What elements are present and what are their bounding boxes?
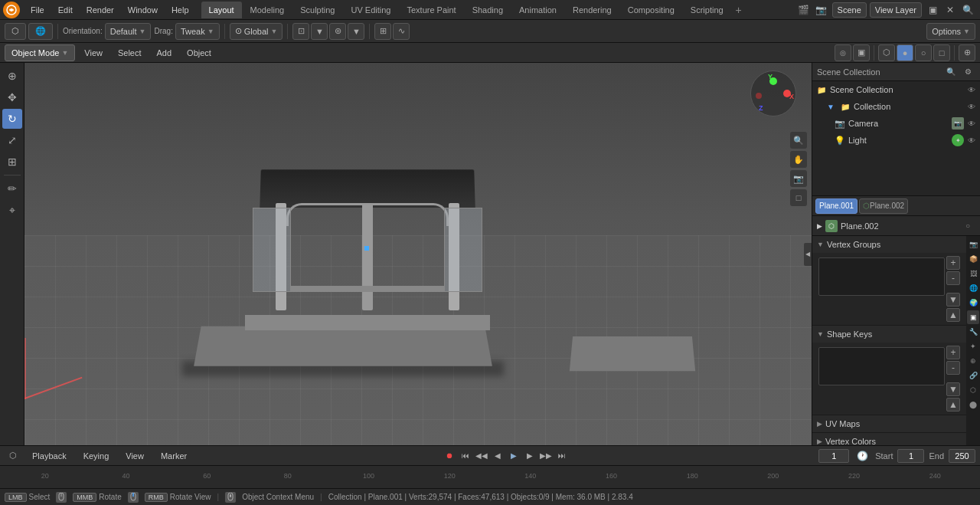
options-btn[interactable]: Options ▼ <box>926 23 975 40</box>
rendered-shade[interactable]: ○ <box>915 44 932 61</box>
scale-tool[interactable]: ⤢ <box>2 130 22 150</box>
render-image-icon[interactable]: 📷 <box>814 2 829 18</box>
camera-eye[interactable]: 👁 <box>966 118 977 129</box>
prop-render-icon[interactable]: 📷 <box>967 238 979 251</box>
rotate-tool[interactable]: ↻ <box>2 109 22 129</box>
view-layer-name[interactable]: View Layer <box>870 2 922 18</box>
tab-animation[interactable]: Animation <box>511 2 564 18</box>
plane002-tab[interactable]: ⬡ Plane.002 <box>859 198 908 214</box>
prev-keyframe-btn[interactable]: ◀ <box>491 449 505 463</box>
camera-view-icon[interactable]: 📷 <box>790 170 807 187</box>
search-icon[interactable]: 🔍 <box>960 2 975 18</box>
skip-start-btn[interactable]: ⏮ <box>459 449 472 463</box>
material-shade[interactable]: ● <box>897 44 913 61</box>
pan-icon[interactable]: ✋ <box>790 151 807 168</box>
zoom-icon[interactable]: 🔍 <box>790 132 807 149</box>
collection-eye[interactable]: 👁 <box>966 101 977 112</box>
record-btn[interactable]: ⏺ <box>443 449 456 463</box>
tab-shading[interactable]: Shading <box>465 2 511 18</box>
tl-view[interactable]: View <box>119 448 150 464</box>
plane001-tab[interactable]: Plane.001 <box>815 198 858 214</box>
editor-type-btn[interactable]: ⬡ <box>5 23 26 40</box>
tl-marker[interactable]: Marker <box>155 448 193 464</box>
proportional-btn[interactable]: ⊚ <box>329 23 346 40</box>
prop-object-icon[interactable]: ▣ <box>967 310 979 324</box>
wireframe-shade[interactable]: □ <box>933 44 950 61</box>
vg-up-btn[interactable]: ▲ <box>946 308 960 322</box>
skip-end-btn[interactable]: ⏭ <box>555 449 569 463</box>
vertex-colors-title[interactable]: ▶ Vertex Colors <box>812 433 966 445</box>
xform-icon-2[interactable]: ∿ <box>393 23 410 40</box>
outliner-collection[interactable]: ▼ 📁 Collection 👁 <box>812 98 980 115</box>
frame-clock-icon[interactable]: 🕐 <box>854 448 871 464</box>
timeline-track[interactable]: 20 40 60 80 100 120 140 160 180 200 220 … <box>0 466 980 486</box>
tab-texture-paint[interactable]: Texture Paint <box>399 2 463 18</box>
vg-list[interactable] <box>818 257 945 296</box>
next-keyframe-btn[interactable]: ▶ <box>523 449 537 463</box>
timeline-type-icon[interactable]: ⬡ <box>5 448 21 464</box>
blender-logo[interactable] <box>3 2 20 18</box>
transform-tool[interactable]: ⊞ <box>2 152 22 172</box>
shape-keys-title[interactable]: ▼ Shape Keys <box>812 326 966 343</box>
header-select[interactable]: Select <box>112 44 148 61</box>
xray-icon[interactable]: ▣ <box>853 44 870 61</box>
outliner-filter-icon[interactable]: 🔍 <box>943 64 959 80</box>
prop-scene-icon[interactable]: 🌐 <box>967 281 979 295</box>
tl-playback[interactable]: Playback <box>26 448 73 464</box>
tab-uv-editing[interactable]: UV Editing <box>343 2 398 18</box>
prev-frame-btn[interactable]: ◀◀ <box>475 449 488 463</box>
prop-material-icon[interactable]: ⬤ <box>967 398 979 412</box>
next-frame-btn[interactable]: ▶▶ <box>539 449 553 463</box>
outliner-settings-icon[interactable]: ⚙ <box>960 64 975 80</box>
end-frame-input[interactable]: 250 <box>949 449 975 463</box>
outliner-scene-collection[interactable]: 📁 Scene Collection 👁 <box>812 81 980 98</box>
menu-edit[interactable]: Edit <box>52 2 79 18</box>
header-object[interactable]: Object <box>181 44 217 61</box>
overlay-icon[interactable]: ◎ <box>835 44 851 61</box>
scene-collection-eye[interactable]: 👁 <box>966 84 977 95</box>
menu-file[interactable]: File <box>24 2 51 18</box>
header-view[interactable]: View <box>78 44 109 61</box>
measure-tool[interactable]: ⌖ <box>2 200 22 220</box>
sk-add-btn[interactable]: + <box>946 346 960 359</box>
tab-sculpting[interactable]: Sculpting <box>292 2 342 18</box>
snap-type-btn[interactable]: ▼ <box>311 23 328 40</box>
add-workspace-button[interactable]: + <box>732 3 746 17</box>
tab-modeling[interactable]: Modeling <box>243 2 292 18</box>
drag-dropdown[interactable]: Tweak ▼ <box>175 23 220 40</box>
global-view-btn[interactable]: 🌐 <box>28 23 53 40</box>
header-add[interactable]: Add <box>151 44 178 61</box>
show-gizmo[interactable]: ⊕ <box>959 44 975 61</box>
annotate-tool[interactable]: ✏ <box>2 179 22 198</box>
tab-layout[interactable]: Layout <box>201 2 242 18</box>
tab-rendering[interactable]: Rendering <box>565 2 619 18</box>
render-icon[interactable]: 🎬 <box>796 2 812 18</box>
vertex-groups-title[interactable]: ▼ Vertex Groups <box>812 236 966 253</box>
viewport[interactable]: User Perspective (1) Collection | Plane.… <box>24 63 812 445</box>
gizmo-circle[interactable]: X Y Z <box>750 71 796 116</box>
solid-shade[interactable]: ⬡ <box>878 44 895 61</box>
vg-add-btn[interactable]: + <box>946 256 960 270</box>
snap-btn[interactable]: ⊡ <box>292 23 309 40</box>
play-btn[interactable]: ▶ <box>507 449 521 463</box>
uv-maps-title[interactable]: ▶ UV Maps <box>812 415 966 432</box>
prop-world-icon[interactable]: 🌍 <box>967 296 979 310</box>
sk-remove-btn[interactable]: - <box>946 361 960 375</box>
prop-data-icon[interactable]: ⬡ <box>967 383 979 397</box>
light-eye[interactable]: 👁 <box>966 135 977 146</box>
close-icon[interactable]: ✕ <box>942 2 958 18</box>
current-frame-input[interactable]: 1 <box>818 449 849 463</box>
vg-down-btn[interactable]: ▼ <box>946 293 960 307</box>
move-tool[interactable]: ✥ <box>2 87 22 107</box>
xform-icon-1[interactable]: ⊞ <box>374 23 391 40</box>
fake-user-icon[interactable]: ○ <box>960 218 975 234</box>
prop-view-icon[interactable]: 🖼 <box>967 267 979 280</box>
panel-collapse-btn[interactable]: ◀ <box>804 243 812 266</box>
menu-help[interactable]: Help <box>165 2 195 18</box>
prop-modifier-icon[interactable]: 🔧 <box>967 325 979 339</box>
cursor-tool[interactable]: ⊕ <box>2 66 22 86</box>
sk-list[interactable] <box>818 347 945 385</box>
gizmo-minus-x-dot[interactable] <box>756 93 762 99</box>
pivot-dropdown[interactable]: ⊙ Global ▼ <box>230 23 283 40</box>
ortho-front-icon[interactable]: □ <box>790 189 807 206</box>
